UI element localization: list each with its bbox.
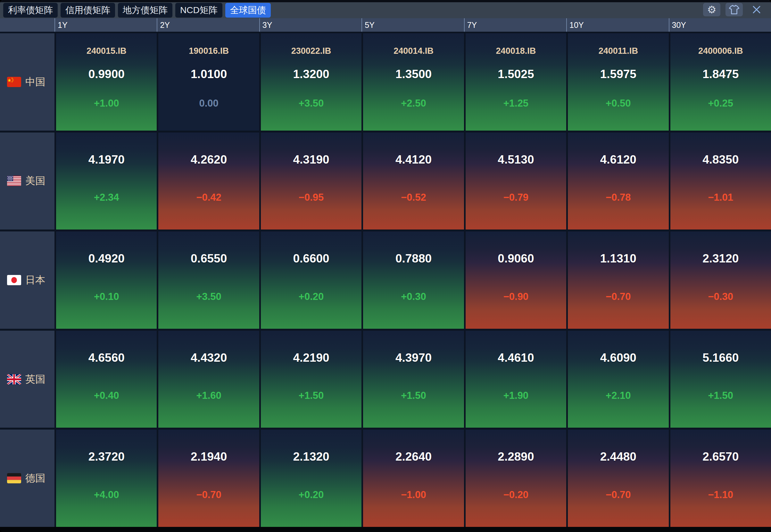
yield-value: 2.6570 [670,450,771,463]
bond-cell[interactable]: 2.4480−0.70 [568,430,669,527]
change-value: −0.52 [363,192,464,203]
bond-code: 240011.IB [568,46,669,56]
theme-button[interactable] [726,3,743,16]
bond-cell[interactable]: 4.1970+2.34 [56,133,157,230]
bond-cell[interactable]: 4.6090+2.10 [568,331,669,428]
tab-ncd-matrix[interactable]: NCD矩阵 [175,3,223,18]
yield-value: 4.3190 [261,153,361,166]
change-value: +1.00 [56,98,157,109]
yield-value: 1.3200 [261,68,361,81]
bond-cell[interactable]: 4.5130−0.79 [466,133,566,230]
bond-cell[interactable]: 4.3970+1.50 [363,331,464,428]
table-row: 中国240015.IB0.9900+1.00190016.IB1.01000.0… [0,33,771,131]
bond-cell[interactable]: 4.3190−0.95 [261,133,361,230]
bond-cell[interactable]: 5.1660+1.50 [670,331,771,428]
bond-cell[interactable]: 2.1320+0.20 [261,430,361,527]
change-value: +0.10 [56,291,157,302]
yield-value: 4.4320 [158,351,259,365]
bond-cell[interactable]: 2.6570−1.10 [670,430,771,527]
bond-cell[interactable]: 4.2190+1.50 [261,331,361,428]
bond-cell[interactable]: 240014.IB1.3500+2.50 [363,33,464,131]
settings-button[interactable]: ⚙ [703,3,720,16]
change-value: +4.00 [56,489,157,501]
bond-cell[interactable]: 2.1940−0.70 [158,430,259,527]
bond-cell[interactable]: 190016.IB1.01000.00 [158,33,259,131]
yield-value: 0.4920 [56,252,157,265]
bond-cell[interactable]: 240018.IB1.5025+1.25 [466,33,566,131]
yield-value: 0.6550 [158,252,259,265]
yield-value: 2.1320 [261,450,361,463]
country-name: 中国 [25,75,45,89]
bond-cell[interactable]: 4.6120−0.78 [568,133,669,230]
column-header-10y: 10Y [566,18,669,32]
change-value: −0.95 [261,192,361,203]
bond-cell[interactable]: 0.4920+0.10 [56,231,157,329]
bond-cell[interactable]: 2.3720+4.00 [56,430,157,527]
bond-cell[interactable]: 2.2890−0.20 [466,430,566,527]
yield-value: 4.5130 [466,153,566,166]
column-header-3y: 3Y [259,18,361,32]
yield-value: 5.1660 [670,351,771,365]
yield-value: 4.6560 [56,351,157,365]
bond-cell[interactable]: 0.6550+3.50 [158,231,259,329]
tab-credit-bond-matrix[interactable]: 信用债矩阵 [61,3,115,18]
change-value: +1.60 [158,390,259,401]
change-value: +0.50 [568,98,669,109]
bottom-edge [0,527,771,532]
country-name: 日本 [25,273,45,287]
bond-cell[interactable]: 1.1310−0.70 [568,231,669,329]
yield-value: 1.5025 [466,68,566,81]
bond-code: 240018.IB [466,46,566,56]
country-row-label: 德国 [0,430,54,527]
yield-value: 4.8350 [670,153,771,166]
change-value: +1.90 [466,390,566,401]
change-value: −0.42 [158,192,259,203]
country-name: 德国 [25,472,45,485]
change-value: +0.20 [261,489,361,501]
table-row: 日本0.4920+0.100.6550+3.500.6600+0.200.788… [0,231,771,329]
yield-value: 1.1310 [568,252,669,265]
close-button[interactable] [748,3,765,16]
global-bond-matrix-window: 利率债矩阵 信用债矩阵 地方债矩阵 NCD矩阵 全球国债 ⚙ 1Y 2Y 3Y … [0,0,771,532]
bond-code: 2400006.IB [670,46,771,56]
yield-value: 4.2620 [158,153,259,166]
change-value: −0.70 [568,291,669,302]
column-header-row: 1Y 2Y 3Y 5Y 7Y 10Y 30Y [0,18,771,32]
tab-global-treasury[interactable]: 全球国债 [225,3,271,18]
tab-rate-bond-matrix[interactable]: 利率债矩阵 [3,3,58,18]
tab-local-bond-matrix[interactable]: 地方债矩阵 [118,3,172,18]
change-value: −0.70 [158,489,259,501]
yield-value: 2.1940 [158,450,259,463]
bond-cell[interactable]: 0.9060−0.90 [466,231,566,329]
close-icon [751,4,762,15]
country-row-label: 英国 [0,331,54,428]
bond-cell[interactable]: 240015.IB0.9900+1.00 [56,33,157,131]
tshirt-icon [729,5,740,14]
change-value: −1.00 [363,489,464,501]
bond-cell[interactable]: 2.3120−0.30 [670,231,771,329]
column-header-1y: 1Y [54,18,157,32]
bond-cell[interactable]: 4.6560+0.40 [56,331,157,428]
bond-cell[interactable]: 4.2620−0.42 [158,133,259,230]
change-value: −1.01 [670,192,771,203]
window-controls: ⚙ [703,3,765,16]
flag-jp-icon [7,275,21,285]
bond-cell[interactable]: 4.4610+1.90 [466,331,566,428]
column-header-7y: 7Y [464,18,566,32]
bond-cell[interactable]: 2.2640−1.00 [363,430,464,527]
bond-code: 240014.IB [363,46,464,56]
bond-cell[interactable]: 240011.IB1.5975+0.50 [568,33,669,131]
bond-cell[interactable]: 0.6600+0.20 [261,231,361,329]
bond-cell[interactable]: 4.4320+1.60 [158,331,259,428]
bond-cell[interactable]: 2400006.IB1.8475+0.25 [670,33,771,131]
yield-value: 1.0100 [158,68,259,81]
country-row-label: 日本 [0,231,54,329]
bond-cell[interactable]: 0.7880+0.30 [363,231,464,329]
bond-cell[interactable]: 4.4120−0.52 [363,133,464,230]
table-row: 美国4.1970+2.344.2620−0.424.3190−0.954.412… [0,133,771,230]
yield-value: 2.3120 [670,252,771,265]
yield-value: 2.3720 [56,450,157,463]
bond-cell[interactable]: 4.8350−1.01 [670,133,771,230]
change-value: +1.25 [466,98,566,109]
bond-cell[interactable]: 230022.IB1.3200+3.50 [261,33,361,131]
